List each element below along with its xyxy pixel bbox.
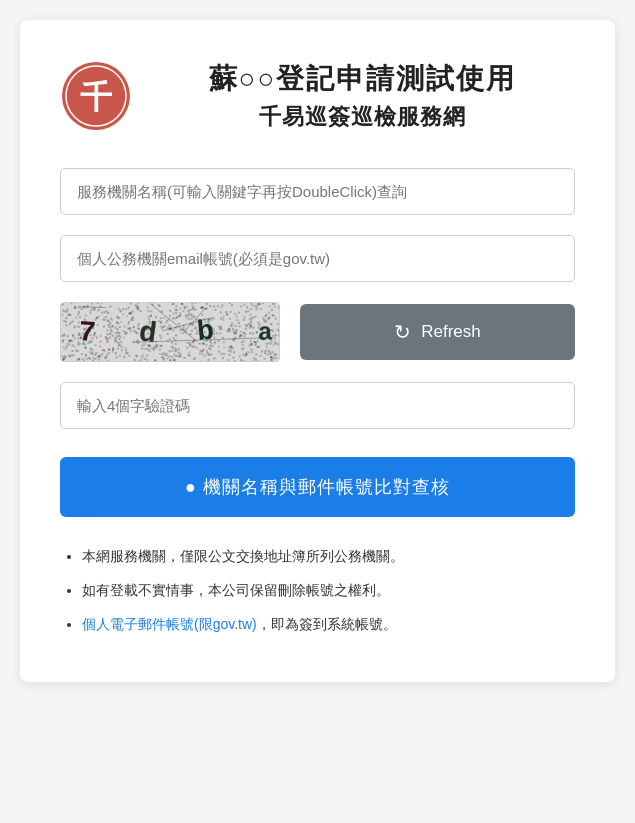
- submit-label: ● 機關名稱與郵件帳號比對查核: [185, 477, 450, 497]
- email-input[interactable]: [60, 235, 575, 282]
- header: 千 蘇○○登記申請測試使用 千易巡簽巡檢服務網: [60, 60, 575, 132]
- notice-item-2: 如有登載不實情事，本公司保留刪除帳號之權利。: [82, 579, 575, 603]
- captcha-canvas: [60, 302, 280, 362]
- svg-text:千: 千: [80, 79, 113, 115]
- captcha-image: [60, 302, 280, 362]
- logo-seal: 千: [60, 60, 132, 132]
- title-line2: 千易巡簽巡檢服務網: [259, 102, 466, 132]
- captcha-input-group: [60, 382, 575, 429]
- header-text: 蘇○○登記申請測試使用 千易巡簽巡檢服務網: [150, 60, 575, 132]
- captcha-row: ↻ Refresh: [60, 302, 575, 362]
- email-group: [60, 235, 575, 282]
- captcha-input[interactable]: [60, 382, 575, 429]
- agency-group: [60, 168, 575, 215]
- notice-item-3: 個人電子郵件帳號(限gov.tw)，即為簽到系統帳號。: [82, 613, 575, 637]
- notice-list: 本網服務機關，僅限公文交換地址簿所列公務機關。 如有登載不實情事，本公司保留刪除…: [60, 545, 575, 636]
- notice-item-1: 本網服務機關，僅限公文交換地址簿所列公務機關。: [82, 545, 575, 569]
- refresh-label: Refresh: [421, 322, 481, 342]
- submit-button[interactable]: ● 機關名稱與郵件帳號比對查核: [60, 457, 575, 517]
- title-line1: 蘇○○登記申請測試使用: [209, 60, 517, 98]
- refresh-icon: ↻: [394, 320, 411, 344]
- agency-input[interactable]: [60, 168, 575, 215]
- refresh-button[interactable]: ↻ Refresh: [300, 304, 575, 360]
- notice-highlight: 個人電子郵件帳號(限gov.tw): [82, 616, 257, 632]
- main-card: 千 蘇○○登記申請測試使用 千易巡簽巡檢服務網 ↻ Refresh ● 機關名稱…: [20, 20, 615, 682]
